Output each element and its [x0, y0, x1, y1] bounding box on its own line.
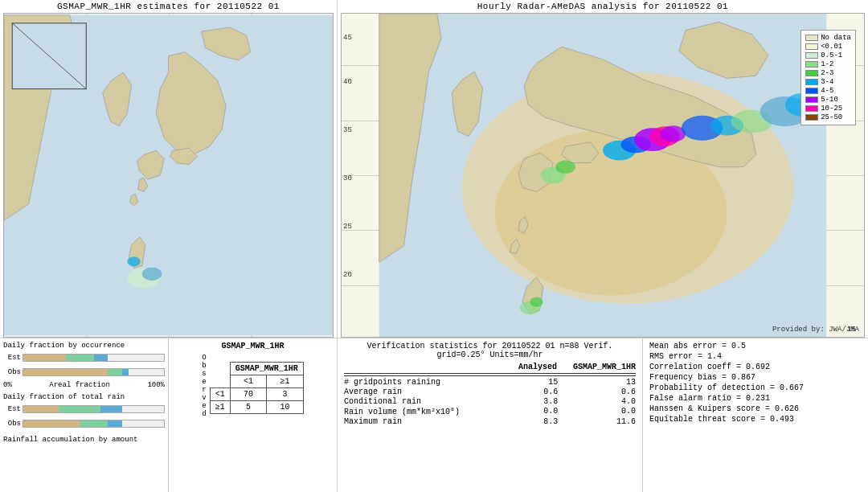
- chart2-obs-green: [80, 420, 108, 427]
- verification-title: Verification statistics for 20110522 01 …: [344, 342, 636, 359]
- legend-item-1-2: 1-2: [805, 60, 851, 68]
- legend: No data <0.01 0.5-1 1-2: [800, 30, 856, 125]
- observed-label: O b s e r v e d: [202, 354, 206, 418]
- chart1-est-green: [66, 355, 94, 361]
- chart1-axis-mid: Areal fraction: [49, 381, 110, 389]
- metric-hanssen: Hanssen & Kuipers score = 0.626: [649, 404, 862, 413]
- legend-label-lt001: <0.01: [821, 43, 842, 51]
- obs-b: b: [202, 362, 206, 370]
- top-section: GSMAP_MWR_1HR estimates for 20110522 01 …: [0, 0, 868, 338]
- metric-false-alarm: False alarm ratio = 0.231: [649, 394, 862, 403]
- legend-label-25-50: 25-50: [821, 113, 842, 121]
- right-map-area: 20 25 30 35 40 45 125 130 135 140 145 15: [341, 13, 865, 338]
- stats-val1-maxrain: 8.3: [487, 417, 559, 426]
- chart1-obs-label: Obs: [3, 368, 21, 376]
- left-map-title: GSMAP_MWR_1HR estimates for 20110522 01: [0, 0, 337, 13]
- legend-item-5-10: 5-10: [805, 96, 851, 104]
- ct-cell-lt1-ge1: 3: [267, 387, 304, 400]
- ct-cell-lt1-lt1: 70: [230, 387, 267, 400]
- chart1-est-blue: [94, 355, 108, 361]
- legend-color-05-1: [805, 52, 818, 59]
- main-container: GSMAP_MWR_1HR estimates for 20110522 01 …: [0, 0, 868, 492]
- ct-cell-ge1-lt1: 5: [230, 400, 267, 413]
- chart1-obs-tan: [23, 369, 108, 375]
- ct-cell-ge1-ge1: 10: [267, 400, 304, 413]
- metric-equitable: Equitable threat score = 0.493: [649, 415, 862, 424]
- ct-col-lt1: <1: [230, 375, 267, 387]
- chart2-est-track: [23, 405, 165, 413]
- chart1-obs-bar: Obs: [3, 367, 165, 378]
- legend-label-1-2: 1-2: [821, 60, 833, 68]
- legend-label-5-10: 5-10: [821, 96, 838, 104]
- svg-point-40: [530, 297, 542, 307]
- contingency-wrapper: O b s e r v e d GSMAP_MWR_1HR: [202, 354, 303, 418]
- obs-v: v: [202, 394, 206, 402]
- obs-e: e: [202, 378, 206, 386]
- svg-point-11: [142, 268, 162, 281]
- chart2-title: Daily fraction of total rain: [3, 393, 165, 401]
- chart1-est-track: [23, 354, 165, 362]
- legend-color-5-10: [805, 96, 818, 103]
- legend-label-10-25: 10-25: [821, 105, 842, 113]
- chart2-obs-track: [23, 420, 165, 428]
- obs-e2: e: [202, 402, 206, 410]
- ct-col-header: GSMAP_MWR_1HR: [230, 362, 303, 375]
- chart1-axis-0: 0%: [3, 381, 12, 389]
- stats-val1-rainvol: 0.0: [487, 407, 559, 416]
- stats-label-rainvol: Rain volume (mm*km²x10⁶): [344, 407, 487, 416]
- legend-color-1-2: [805, 61, 818, 68]
- metric-prob-detection: Probability of detection = 0.667: [649, 383, 862, 392]
- stats-divider: [344, 375, 636, 376]
- stats-val1-condrain: 3.8: [487, 397, 559, 406]
- chart1-obs-green: [108, 369, 122, 375]
- legend-item-2-3: 2-3: [805, 69, 851, 77]
- legend-item-lt001: <0.01: [805, 43, 851, 51]
- legend-color-3-4: [805, 79, 818, 85]
- svg-point-28: [555, 160, 575, 173]
- stats-col-header: Analysed GSMAP_MWR_1HR: [344, 363, 636, 374]
- stats-row-gridpoints: # gridpoints raining 15 13: [344, 378, 636, 387]
- left-panel: GSMAP_MWR_1HR estimates for 20110522 01 …: [0, 0, 338, 338]
- bottom-section: Daily fraction by occurrence Est Obs 0%: [0, 338, 868, 492]
- legend-item-25-50: 25-50: [805, 113, 851, 121]
- legend-color-10-25: [805, 105, 818, 112]
- chart2-est-bar: Est: [3, 404, 165, 415]
- legend-item-3-4: 3-4: [805, 78, 851, 86]
- contingency-table: GSMAP_MWR_1HR <1 ≥1 <1 70 3: [210, 362, 304, 414]
- stats-label-gridpoints: # gridpoints raining: [344, 378, 487, 387]
- left-map-area: 2 4 6 8 10 12 6 8 10 12 ANAL: [3, 13, 334, 338]
- metric-freq-bias: Frequency bias = 0.867: [649, 373, 862, 382]
- legend-item-4-5: 4-5: [805, 87, 851, 95]
- chart2-est-green: [59, 406, 101, 412]
- chart3-label: Rainfall accumulation by amount: [3, 436, 165, 444]
- contingency-table-wrapper: GSMAP_MWR_1HR <1 ≥1 <1 70 3: [210, 359, 304, 414]
- legend-color-25-50: [805, 114, 818, 121]
- stats-val2-maxrain: 11.6: [564, 417, 636, 426]
- ct-col-ge1: ≥1: [267, 375, 304, 387]
- metric-correlation: Correlation coeff = 0.692: [649, 363, 862, 371]
- obs-s: s: [202, 370, 206, 378]
- legend-color-4-5: [805, 88, 818, 94]
- chart1-est-bar: Est: [3, 352, 165, 363]
- chart1-est-tan: [23, 355, 66, 361]
- obs-r: r: [202, 386, 206, 394]
- stats-val2-gridpoints: 13: [564, 378, 636, 387]
- left-map-svg: [4, 14, 333, 337]
- bottom-metrics-section: Mean abs error = 0.5 RMS error = 1.4 Cor…: [643, 338, 868, 492]
- stats-row-avgrain: Average rain 0.6 0.6: [344, 387, 636, 396]
- legend-item-nodata: No data: [805, 34, 851, 42]
- chart2-obs-blue: [108, 420, 122, 427]
- stats-row-condrain: Conditional rain 3.8 4.0: [344, 397, 636, 406]
- stats-val2-rainvol: 0.0: [564, 407, 636, 416]
- stats-spacer: [344, 363, 502, 371]
- legend-label-nodata: No data: [821, 34, 851, 42]
- stats-col-analysed: Analysed: [518, 363, 557, 371]
- stats-val1-gridpoints: 15: [487, 378, 559, 387]
- chart1-axis-100: 100%: [147, 381, 165, 389]
- legend-item-05-1: 0.5-1: [805, 51, 851, 59]
- legend-label-05-1: 0.5-1: [821, 51, 842, 59]
- chart2-est-tan: [23, 406, 59, 412]
- legend-label-4-5: 4-5: [821, 87, 833, 95]
- chart2-est-label: Est: [3, 405, 21, 413]
- chart1-title: Daily fraction by occurrence: [3, 342, 165, 350]
